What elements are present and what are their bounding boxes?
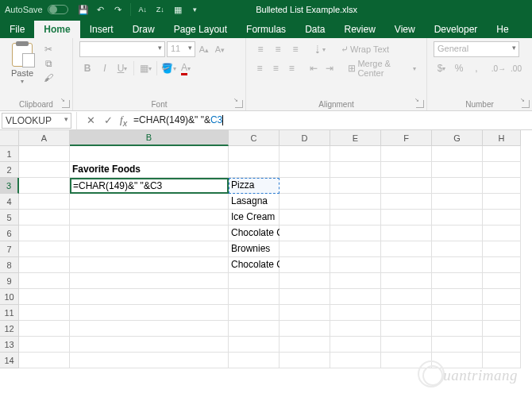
fx-icon[interactable]: fx [120,114,127,128]
cell-H8[interactable] [483,257,521,273]
column-header-A[interactable]: A [19,130,70,146]
italic-button[interactable]: I [97,60,113,76]
cell-A10[interactable] [19,289,70,305]
font-color-button[interactable]: A▾ [178,60,194,76]
cell-H14[interactable] [483,353,521,368]
cell-H12[interactable] [483,321,521,337]
cell-C6[interactable]: Chocolate Chip Cookies [229,225,279,241]
font-launcher[interactable] [235,100,243,108]
row-header-5[interactable]: 5 [0,210,19,225]
tab-formulas[interactable]: Formulas [237,21,295,38]
row-header-12[interactable]: 12 [0,321,19,337]
select-all-corner[interactable] [0,130,19,146]
sort-az-icon[interactable]: A↓ [135,2,151,17]
wrap-text-button[interactable]: ⤶Wrap Text [337,41,393,57]
cell-C12[interactable] [229,321,279,337]
cell-E11[interactable] [330,305,381,321]
undo-icon[interactable]: ↶ [93,2,109,17]
row-header-4[interactable]: 4 [0,194,19,210]
cell-E12[interactable] [330,321,381,337]
bold-button[interactable]: B [79,60,95,76]
cell-E7[interactable] [330,241,381,257]
cell-H2[interactable] [483,162,521,178]
cell-B6[interactable] [70,225,229,241]
tab-insert[interactable]: Insert [80,21,123,38]
cell-F4[interactable] [381,194,432,210]
enter-icon[interactable]: ✓ [99,113,117,129]
cell-D10[interactable] [279,289,330,305]
cell-D2[interactable] [279,162,330,178]
cell-H4[interactable] [483,194,521,210]
qat-dropdown-icon[interactable]: ▾ [187,2,203,17]
cell-G6[interactable] [432,225,483,241]
orientation-icon[interactable]: ⭭▾ [311,41,327,57]
cell-E2[interactable] [330,162,381,178]
tab-home[interactable]: Home [34,21,79,38]
number-launcher[interactable] [522,100,530,108]
cell-B2[interactable]: Favorite Foods [70,162,229,178]
decrease-indent-icon[interactable]: ⇤ [306,60,321,76]
cell-D13[interactable] [279,337,330,353]
align-center-icon[interactable]: ≡ [268,60,283,76]
cell-F3[interactable] [381,178,432,194]
cell-H13[interactable] [483,337,521,353]
cell-F13[interactable] [381,337,432,353]
tab-developer[interactable]: Developer [425,21,488,38]
cell-F6[interactable] [381,225,432,241]
cell-D4[interactable] [279,194,330,210]
cell-E10[interactable] [330,289,381,305]
tab-view[interactable]: View [385,21,425,38]
cell-B4[interactable] [70,194,229,210]
cell-H10[interactable] [483,289,521,305]
cell-G1[interactable] [432,146,483,162]
cell-A12[interactable] [19,321,70,337]
cell-F5[interactable] [381,210,432,225]
align-right-icon[interactable]: ≡ [284,60,299,76]
cell-A5[interactable] [19,210,70,225]
cell-F8[interactable] [381,257,432,273]
cell-C5[interactable]: Ice Cream [229,210,279,225]
cell-B5[interactable] [70,210,229,225]
cell-D7[interactable] [279,241,330,257]
increase-decimal-icon[interactable]: .0→ [491,60,507,76]
cell-A3[interactable] [19,178,70,194]
cell-B14[interactable] [70,353,229,368]
row-header-13[interactable]: 13 [0,337,19,353]
column-header-G[interactable]: G [432,130,483,146]
cancel-icon[interactable]: ✕ [82,113,99,129]
increase-indent-icon[interactable]: ⇥ [322,60,337,76]
column-header-F[interactable]: F [381,130,432,146]
cell-D6[interactable] [279,225,330,241]
cell-G13[interactable] [432,337,483,353]
row-header-3[interactable]: 3 [0,178,19,194]
cell-G14[interactable] [432,353,483,368]
percent-format-icon[interactable]: % [451,60,467,76]
cell-G2[interactable] [432,162,483,178]
align-bottom-icon[interactable]: ≡ [287,41,303,57]
row-header-1[interactable]: 1 [0,146,19,162]
cell-A6[interactable] [19,225,70,241]
cell-A9[interactable] [19,273,70,289]
alignment-launcher[interactable] [416,100,424,108]
row-header-7[interactable]: 7 [0,241,19,257]
redo-icon[interactable]: ↷ [110,2,126,17]
row-header-9[interactable]: 9 [0,273,19,289]
cell-E6[interactable] [330,225,381,241]
cell-A1[interactable] [19,146,70,162]
cell-A8[interactable] [19,257,70,273]
cell-H5[interactable] [483,210,521,225]
copy-icon[interactable]: ⧉ [41,57,56,70]
autosave-toggle[interactable] [48,5,68,14]
comma-format-icon[interactable]: , [468,60,484,76]
cell-G7[interactable] [432,241,483,257]
cell-F9[interactable] [381,273,432,289]
cell-H1[interactable] [483,146,521,162]
cell-A13[interactable] [19,337,70,353]
column-header-H[interactable]: H [483,130,521,146]
tab-review[interactable]: Review [334,21,384,38]
save-icon[interactable]: 💾 [75,2,91,17]
number-format-combo[interactable]: General [434,41,519,57]
cell-C8[interactable]: Chocolate Cake [229,257,279,273]
column-header-D[interactable]: D [279,130,330,146]
underline-button[interactable]: U▾ [114,60,130,76]
